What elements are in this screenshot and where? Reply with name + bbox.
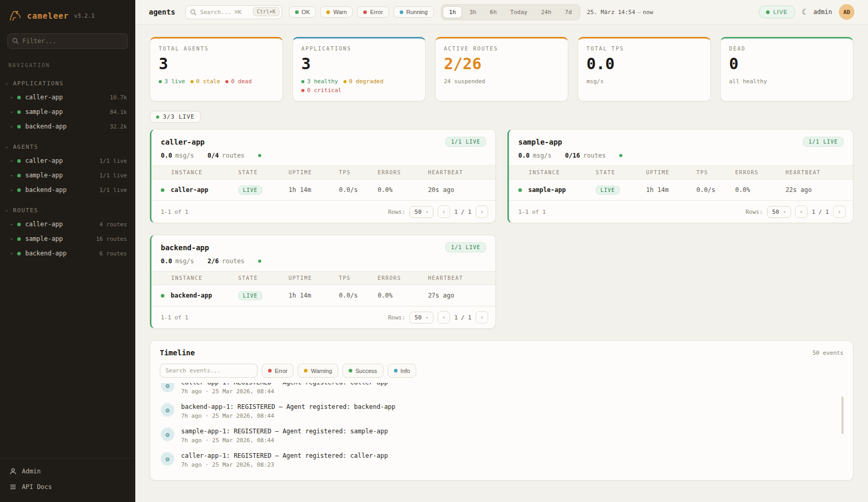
sidebar-section-routes: ▾ ROUTES ▸ caller-app 4 routes ▸ sample-…: [0, 204, 135, 261]
prev-page-button[interactable]: ‹: [438, 311, 450, 324]
timeline-search-input[interactable]: [160, 364, 258, 378]
live-status-pill[interactable]: LIVE: [759, 6, 795, 18]
prev-page-button[interactable]: ‹: [438, 205, 450, 218]
table-row[interactable]: sample-app LIVE 1h 14m 0.0/s 0.0% 22s ag…: [509, 179, 853, 200]
scrollbar-thumb[interactable]: [841, 396, 844, 434]
stat-subtext: msg/s: [586, 78, 702, 85]
heartbeat-value: 27s ago: [428, 292, 486, 299]
timeline-event[interactable]: ⚙ backend-app-1: REGISTERED — Agent regi…: [160, 399, 844, 423]
timeline-filter-error[interactable]: Error: [262, 364, 293, 378]
timeline-event-list: ⚙ caller-app-1: REGISTERED — Agent regis…: [160, 383, 844, 472]
sidebar-item-agent-sample-app[interactable]: ▸ sample-app 1/1 live: [0, 168, 135, 183]
stat-value: 2/26: [444, 55, 559, 73]
running-dot: [400, 10, 403, 14]
main-content: TOTAL AGENTS 3 3 live 0 stale 0 dead APP…: [135, 24, 868, 502]
rows-per-page-select[interactable]: 50 ▾: [767, 206, 791, 218]
sidebar-item-routes-backend-app[interactable]: ▸ backend-app 6 routes: [0, 246, 135, 261]
chevron-right-icon: ▸: [10, 236, 13, 241]
timeline-event[interactable]: ⚙ caller-app-1: REGISTERED — Agent regis…: [160, 448, 844, 472]
next-page-button[interactable]: ›: [476, 205, 488, 218]
table-header: INSTANCE STATE UPTIME TPS ERRORS HEARTBE…: [151, 271, 495, 285]
chevron-right-icon: ▸: [10, 173, 13, 178]
range-6h[interactable]: 6h: [483, 6, 503, 18]
sidebar-item-admin[interactable]: Admin: [0, 464, 135, 479]
table-header: INSTANCE STATE UPTIME TPS ERRORS HEARTBE…: [509, 165, 853, 179]
col-instance: INSTANCE: [161, 170, 238, 175]
gear-icon: ⚙: [161, 403, 174, 417]
chip-label: Warning: [311, 368, 332, 374]
chip-label: Running: [406, 9, 428, 15]
item-label: backend-app: [25, 186, 95, 194]
chip-label: Error: [370, 9, 382, 15]
detail-healthy: 3 healthy: [307, 78, 338, 85]
item-label: backend-app: [25, 250, 95, 257]
app-tps-value: 0.0: [161, 258, 172, 265]
prev-page-button[interactable]: ‹: [795, 205, 808, 218]
timeline-filter-success[interactable]: Success: [342, 364, 384, 378]
avatar[interactable]: AD: [839, 4, 854, 20]
range-3h[interactable]: 3h: [463, 6, 482, 18]
col-heartbeat: HEARTBEAT: [785, 170, 844, 175]
sidebar-item-agent-caller-app[interactable]: ▸ caller-app 1/1 live: [0, 153, 135, 168]
rows-per-page-select[interactable]: 50 ▾: [410, 312, 433, 324]
info-dot: [394, 369, 398, 372]
sidebar-item-routes-sample-app[interactable]: ▸ sample-app 16 routes: [0, 231, 135, 246]
sidebar-filter-input[interactable]: [7, 33, 128, 49]
timeline-filter-warning[interactable]: Warning: [298, 364, 338, 378]
sidebar-section-header-agents[interactable]: ▾ AGENTS: [0, 141, 135, 153]
sidebar-item-app-sample-app[interactable]: ▸ sample-app 84.1k: [0, 105, 135, 119]
global-search: Ctrl+K: [185, 5, 282, 19]
sidebar-item-api-docs[interactable]: API Docs: [0, 479, 135, 495]
uptime-value: 1h 14m: [646, 186, 697, 194]
section-label: AGENTS: [13, 144, 39, 150]
filter-chip-error[interactable]: Error: [357, 6, 389, 18]
chevron-down-icon: ▾: [5, 81, 9, 86]
gear-icon: ⚙: [161, 428, 174, 441]
next-page-button[interactable]: ›: [476, 311, 488, 324]
range-1h[interactable]: 1h: [443, 6, 462, 18]
degraded-dot: [343, 80, 347, 83]
col-errors: ERRORS: [378, 275, 428, 281]
filter-chip-running[interactable]: Running: [393, 6, 434, 18]
sidebar-item-agent-backend-app[interactable]: ▸ backend-app 1/1 live: [0, 183, 135, 197]
sidebar-section-agents: ▾ AGENTS ▸ caller-app 1/1 live ▸ sample-…: [0, 141, 135, 197]
chip-label: Info: [401, 368, 410, 374]
range-24h[interactable]: 24h: [535, 6, 558, 18]
timeline-card: Timeline 50 events Error Warning Success…: [150, 340, 853, 481]
col-heartbeat: HEARTBEAT: [428, 275, 486, 281]
sidebar-item-routes-caller-app[interactable]: ▸ caller-app 4 routes: [0, 217, 135, 231]
filter-chip-warn[interactable]: Warn: [320, 6, 353, 18]
app-routes-value: 2/6: [208, 258, 219, 265]
page-indicator: 1 / 1: [812, 209, 829, 215]
shortcut-badge: Ctrl+K: [253, 7, 279, 16]
stat-value: 3: [159, 55, 274, 73]
sidebar-item-app-backend-app[interactable]: ▸ backend-app 32.2k: [0, 119, 135, 134]
stat-card-total-agents: TOTAL AGENTS 3 3 live 0 stale 0 dead: [150, 37, 283, 101]
timeline-event[interactable]: ⚙ sample-app-1: REGISTERED — Agent regis…: [160, 423, 844, 448]
col-uptime: UPTIME: [289, 275, 339, 281]
timeline-event[interactable]: ⚙ caller-app-1: REGISTERED — Agent regis…: [160, 383, 844, 399]
username: admin: [813, 8, 832, 16]
sidebar-section-header-applications[interactable]: ▾ APPLICATIONS: [0, 78, 135, 90]
item-badge: 10.7k: [110, 94, 127, 101]
detail-stale: 0 stale: [196, 78, 220, 85]
detail-critical: 0 critical: [307, 87, 341, 94]
range-today[interactable]: Today: [504, 6, 534, 18]
live-badge: 1/1 LIVE: [445, 242, 486, 252]
range-7d[interactable]: 7d: [559, 6, 578, 18]
sidebar-section-header-routes[interactable]: ▾ ROUTES: [0, 204, 135, 217]
filter-chip-ok[interactable]: OK: [289, 6, 316, 18]
pagination-range: 1-1 of 1: [161, 314, 188, 321]
sidebar: cameleer v3.2.1 NAVIGATION ▾ APPLICATION…: [0, 0, 135, 502]
timeline-filter-info[interactable]: Info: [388, 364, 416, 378]
sidebar-item-app-caller-app[interactable]: ▸ caller-app 10.7k: [0, 90, 135, 105]
page-indicator: 1 / 1: [454, 314, 471, 321]
table-row[interactable]: caller-app LIVE 1h 14m 0.0/s 0.0% 20s ag…: [151, 179, 495, 200]
next-page-button[interactable]: ›: [833, 205, 846, 218]
table-row[interactable]: backend-app LIVE 1h 14m 0.0/s 0.0% 27s a…: [151, 285, 495, 306]
dark-mode-toggle[interactable]: ☾: [802, 7, 807, 17]
stale-dot: [190, 80, 194, 83]
status-dot: [161, 294, 164, 298]
rows-per-page-select[interactable]: 50 ▾: [410, 206, 433, 218]
col-heartbeat: HEARTBEAT: [428, 170, 486, 175]
